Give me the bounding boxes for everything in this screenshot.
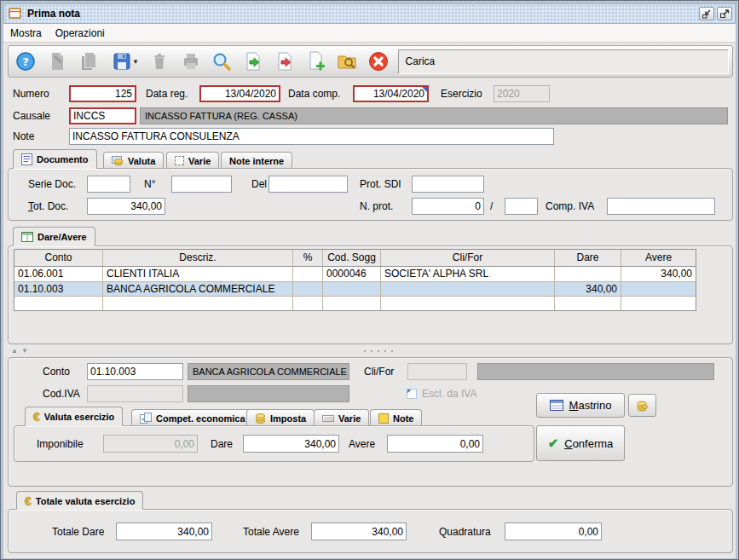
esercizio-field xyxy=(494,85,550,102)
col-descriz[interactable]: Descriz. xyxy=(103,250,293,266)
serie-doc-label: Serie Doc. xyxy=(28,176,76,193)
cell-cod-sogg xyxy=(323,282,381,296)
cell-cod-sogg xyxy=(323,297,381,310)
col-conto[interactable]: Conto xyxy=(14,250,103,266)
tab-varie-detail[interactable]: Varie xyxy=(314,409,369,426)
detail-dare-field[interactable] xyxy=(243,435,339,453)
numero-label: Numero xyxy=(13,85,49,102)
col-dare[interactable]: Dare xyxy=(555,250,621,266)
search-archive-icon[interactable] xyxy=(335,49,360,74)
help-icon[interactable]: ? xyxy=(14,49,38,74)
slash-label: / xyxy=(490,198,493,215)
cancel-icon[interactable] xyxy=(367,49,391,74)
cell-dare xyxy=(555,297,621,310)
svg-text:?: ? xyxy=(23,55,30,68)
grid-panel: Conto Descriz. % Cod. Sogg Cli/For Dare … xyxy=(8,245,733,344)
split-handle[interactable]: ▲ ▼ xyxy=(8,346,733,356)
coins-icon xyxy=(112,155,124,166)
menu-operazioni[interactable]: Operazioni xyxy=(49,27,112,39)
tab-compet-economica[interactable]: Compet. economica xyxy=(131,409,254,426)
detail-clifor-label: Cli/For xyxy=(364,363,394,380)
search-icon[interactable] xyxy=(210,49,234,74)
panel-icon xyxy=(322,415,334,422)
menu-mostra[interactable]: Mostra xyxy=(3,27,49,39)
table-row[interactable]: 01.06.001 CLIENTI ITALIA 0000046 SOCIETA… xyxy=(14,267,696,281)
imponibile-label: Imponibile xyxy=(37,436,84,453)
numero-field[interactable] xyxy=(69,85,136,102)
cell-cli-for: SOCIETA' ALPHA SRL xyxy=(381,267,555,281)
cell-cod-sogg: 0000046 xyxy=(323,267,381,281)
tot-doc-field[interactable] xyxy=(87,198,165,215)
save-icon[interactable]: ▾ xyxy=(107,49,140,74)
table-row-selected[interactable]: 01.10.003 BANCA AGRICOLA COMMERCIALE 340… xyxy=(14,281,696,296)
detail-conto-field[interactable] xyxy=(87,363,183,380)
duplicate-icon xyxy=(77,49,101,74)
n-prot-field[interactable] xyxy=(412,198,484,215)
tab-totale-valuta-esercizio[interactable]: € Totale valuta esercizio xyxy=(16,491,143,510)
escl-iva-checkbox xyxy=(407,389,417,399)
iconify-button[interactable] xyxy=(699,7,714,20)
tab-valuta-esercizio[interactable]: € Valuta esercizio xyxy=(25,407,123,426)
del-label: Del xyxy=(251,176,267,193)
window-body: ? ▾ xyxy=(3,43,736,558)
tab-varie[interactable]: Varie xyxy=(166,152,219,169)
document-icon xyxy=(21,153,32,165)
quadratura-field[interactable] xyxy=(505,522,602,540)
serie-doc-field[interactable] xyxy=(87,176,130,193)
mastrino-table-icon xyxy=(550,400,563,411)
check-icon: ✔ xyxy=(548,436,559,451)
table-row[interactable] xyxy=(14,296,696,310)
cell-descriz: CLIENTI ITALIA xyxy=(103,267,293,281)
tab-varie-detail-label: Varie xyxy=(338,413,361,424)
cell-avere xyxy=(621,282,696,296)
save-dropdown-icon[interactable]: ▾ xyxy=(134,57,138,66)
split-down-icon[interactable]: ▼ xyxy=(21,348,28,355)
prima-nota-window: Prima nota Mostra Operazioni ? xyxy=(0,0,739,560)
coins-button[interactable] xyxy=(628,394,656,417)
n-prot2-field[interactable] xyxy=(505,198,538,215)
tab-note-interne-label: Note interne xyxy=(229,156,284,166)
prot-sdi-field[interactable] xyxy=(412,176,484,193)
col-cod-sogg[interactable]: Cod. Sogg xyxy=(323,250,381,266)
conferma-button[interactable]: ✔ Conferma xyxy=(536,425,625,461)
split-up-icon[interactable]: ▲ xyxy=(11,348,18,355)
tab-note-interne[interactable]: Note interne xyxy=(221,152,292,169)
window-controls xyxy=(699,7,732,20)
euro-icon: € xyxy=(33,412,40,422)
totale-dare-field[interactable] xyxy=(116,522,212,540)
tab-imposta[interactable]: Imposta xyxy=(246,409,315,426)
detail-avere-field[interactable] xyxy=(387,435,483,453)
new-document-icon[interactable] xyxy=(303,49,328,74)
causale-field[interactable] xyxy=(69,107,136,124)
dare-avere-table: Conto Descriz. % Cod. Sogg Cli/For Dare … xyxy=(14,249,696,311)
data-reg-field[interactable] xyxy=(199,85,280,102)
cell-avere: 340,00 xyxy=(621,267,696,281)
note-field[interactable] xyxy=(69,128,554,145)
tab-documento-label: Documento xyxy=(37,154,89,165)
totale-avere-field[interactable] xyxy=(311,522,407,540)
col-cli-for[interactable]: Cli/For xyxy=(381,250,555,266)
data-reg-label: Data reg. xyxy=(146,85,188,102)
mastrino-button[interactable]: Mastrino xyxy=(536,393,625,418)
tab-valuta[interactable]: Valuta xyxy=(103,152,164,169)
import-document-icon[interactable] xyxy=(241,49,266,74)
col-avere[interactable]: Avere xyxy=(621,250,696,266)
col-pct[interactable]: % xyxy=(293,250,323,266)
valuta-esercizio-panel: Imponibile Dare Avere xyxy=(14,425,534,462)
tab-totale-valuta-label: Totale valuta esercizio xyxy=(36,496,136,506)
cell-descriz xyxy=(103,297,293,310)
maximize-button[interactable] xyxy=(717,7,732,20)
mastrino-button-label: Mastrino xyxy=(569,399,612,412)
quadratura-label: Quadratura xyxy=(439,523,491,540)
numero-doc-field[interactable] xyxy=(171,176,232,193)
del-field[interactable] xyxy=(268,176,348,193)
export-document-icon[interactable] xyxy=(273,49,297,74)
tab-documento[interactable]: Documento xyxy=(13,149,97,169)
detail-dare-label: Dare xyxy=(211,436,233,453)
tab-note-detail[interactable]: Note xyxy=(370,409,422,426)
comp-iva-field[interactable] xyxy=(607,198,715,215)
titlebar[interactable]: Prima nota xyxy=(3,3,736,24)
tab-dare-avere[interactable]: Dare/Avere xyxy=(13,227,95,246)
data-comp-field[interactable] xyxy=(353,85,429,102)
menubar: Mostra Operazioni xyxy=(3,24,736,43)
